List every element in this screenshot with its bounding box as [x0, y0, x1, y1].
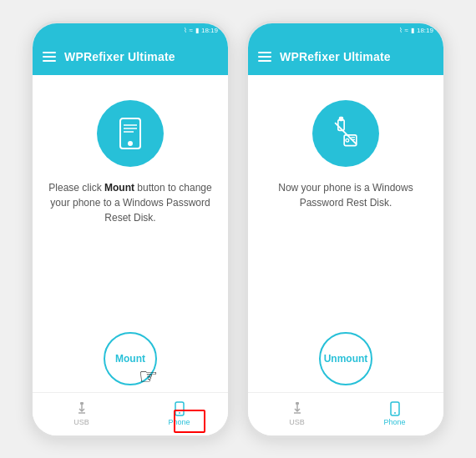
left-mount-highlight: Mount [104, 182, 134, 194]
left-hamburger-icon[interactable] [43, 52, 56, 62]
mount-button[interactable]: Mount [104, 332, 157, 385]
left-status-bar: ⌇ ≈ ▮ 18:19 [33, 23, 228, 38]
left-phone-frame: ⌇ ≈ ▮ 18:19 WPRefixer Ultimate [30, 21, 230, 438]
left-action-wrap: Mount [104, 332, 157, 385]
battery-icon: ▮ [195, 27, 199, 34]
left-app-title: WPRefixer Ultimate [64, 50, 175, 63]
right-phone-label: Phone [383, 418, 405, 426]
right-nav-phone[interactable]: Phone [346, 393, 443, 435]
right-app-title: WPRefixer Ultimate [280, 50, 391, 63]
right-status-bar: ⌇ ≈ ▮ 18:19 [248, 23, 443, 38]
left-phone-label: Phone [168, 418, 190, 426]
left-nav-phone[interactable]: Phone [130, 393, 228, 435]
usb-icon [74, 401, 89, 416]
svg-point-12 [346, 138, 349, 142]
right-app-header: WPRefixer Ultimate [248, 38, 443, 75]
scene: ⌇ ≈ ▮ 18:19 WPRefixer Ultimate [22, 13, 454, 446]
svg-rect-9 [340, 117, 343, 120]
right-nav-usb[interactable]: USB [248, 393, 346, 435]
left-phone-icon-circle [97, 100, 164, 167]
right-description: Now your phone is a Windows Password Res… [263, 180, 428, 210]
usb-icon-r [290, 401, 305, 416]
right-app-content: Now your phone is a Windows Password Res… [248, 75, 443, 392]
right-disk-icon [327, 115, 364, 152]
right-usb-label: USB [289, 418, 305, 426]
svg-point-17 [394, 412, 396, 414]
right-disk-icon-circle [312, 100, 379, 167]
left-phone-wrapper: ⌇ ≈ ▮ 18:19 WPRefixer Ultimate [30, 21, 230, 438]
right-status-icons: ⌇ ≈ ▮ 18:19 [399, 27, 433, 34]
battery-icon-r: ▮ [411, 27, 414, 34]
right-phone-frame: ⌇ ≈ ▮ 18:19 WPRefixer Ultimate [246, 21, 446, 438]
svg-rect-15 [296, 402, 299, 405]
svg-point-7 [179, 412, 180, 414]
left-app-content: Please click Mount button to change your… [33, 75, 228, 392]
right-phone-wrapper: ⌇ ≈ ▮ 18:19 WPRefixer Ultimate [246, 21, 446, 438]
right-bottom-nav: USB Phone [248, 392, 443, 435]
unmount-button[interactable]: Unmount [319, 332, 372, 385]
left-usb-label: USB [73, 418, 89, 426]
signal-icon-r: ⌇ [399, 27, 403, 34]
wifi-icon-r: ≈ [405, 27, 408, 34]
svg-rect-5 [80, 402, 84, 405]
phone-tab-icon-r [387, 401, 403, 416]
left-app-header: WPRefixer Ultimate [33, 38, 228, 75]
right-hamburger-icon[interactable] [258, 52, 271, 62]
right-action-wrap: Unmount [319, 332, 372, 385]
wifi-icon: ≈ [190, 27, 193, 34]
phone-tab-icon [172, 401, 187, 416]
left-status-icons: ⌇ ≈ ▮ 18:19 [184, 27, 218, 34]
left-bottom-nav: USB Phone [33, 392, 228, 435]
svg-point-4 [129, 142, 132, 145]
time-label: 18:19 [201, 27, 218, 34]
left-phone-icon [112, 115, 149, 152]
time-label-r: 18:19 [417, 27, 433, 34]
left-nav-usb[interactable]: USB [33, 393, 130, 435]
left-description: Please click Mount button to change your… [48, 180, 213, 225]
signal-icon: ⌇ [184, 27, 187, 34]
